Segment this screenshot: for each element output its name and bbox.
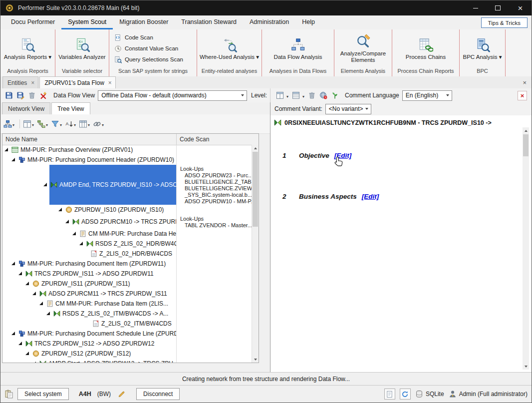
expand-triangle-icon[interactable]: [39, 302, 43, 305]
comment-layout-button[interactable]: [274, 90, 285, 101]
ribbon-button-data-flow-analysis[interactable]: Data Flow Analysis: [272, 36, 323, 61]
doc-tab-zpurv01-s-data-flow[interactable]: ZPURV01's Data Flow×: [39, 76, 115, 88]
ribbon-button-variables-analyzer[interactable]: X=Variables Analyzer: [57, 36, 107, 61]
scrollbar-thumb[interactable]: [253, 152, 258, 227]
close-button[interactable]: ×: [509, 0, 532, 15]
tree-row[interactable]: MM-PUR: Purchasing Document Item (ZPURDW…: [2, 259, 252, 269]
delete-view-button[interactable]: [26, 90, 37, 101]
ribbon-button-code-scan[interactable]: Code Scan: [114, 32, 153, 43]
tree-row[interactable]: Z_2LIS_02_HDR/BW4CDS: [2, 249, 252, 259]
tabbar-close-icon[interactable]: ×: [520, 79, 530, 86]
chevron-down-icon[interactable]: ▾: [286, 94, 288, 99]
save-button[interactable]: [3, 90, 14, 101]
expand-triangle-icon[interactable]: [58, 208, 62, 211]
tree-row[interactable]: CM MM-PUR: Purchase Data Header (2L...: [2, 229, 252, 239]
chevron-down-icon[interactable]: [363, 104, 371, 114]
expand-triangle-icon[interactable]: [11, 262, 15, 265]
expand-triangle-icon[interactable]: [25, 282, 29, 285]
data-flow-view-select[interactable]: Offline Data Flow - default (downwards): [98, 90, 247, 101]
minimize-button[interactable]: [464, 0, 487, 15]
tree-row[interactable]: Z_2LIS_02_ITM/BW4CDS: [2, 319, 252, 329]
select-system-button[interactable]: Select system: [17, 388, 69, 400]
menu-tab-docu-performer[interactable]: Docu Performer: [4, 15, 61, 29]
log-button[interactable]: [384, 389, 395, 400]
expand-triangle-icon[interactable]: [32, 292, 36, 295]
maximize-button[interactable]: [487, 0, 509, 15]
tree-row[interactable]: ZPURDW_IS10 (ZPURDW_IS10): [2, 205, 252, 215]
tree-row[interactable]: TRCS ZPURDW_IS11 -> ADSO ZPURDW11: [2, 269, 252, 279]
ribbon-button-analyze-compare-elements[interactable]: Analyze/Compare Elements: [334, 33, 392, 64]
view-tab-tree-view[interactable]: Tree View: [51, 102, 90, 114]
expand-triangle-icon[interactable]: [79, 242, 83, 245]
clipboard-icon[interactable]: [4, 390, 13, 399]
comment-grow-button[interactable]: [329, 90, 340, 101]
filter-button[interactable]: ▾: [50, 118, 64, 130]
expand-triangle-icon[interactable]: [65, 220, 69, 223]
link-button[interactable]: ▾: [92, 118, 106, 130]
tree-row[interactable]: CM MM-PUR: Purchase Data Item (2LIS...: [2, 299, 252, 309]
scroll-down-icon[interactable]: [523, 363, 529, 370]
tree-row[interactable]: ADSO ZPURCM10 -> TRCS ZPURDW_IS10Look-Up…: [2, 215, 252, 229]
column-header-node-name[interactable]: Node Name: [2, 134, 177, 145]
menu-tab-system-scout[interactable]: System Scout: [61, 15, 113, 29]
disconnect-button[interactable]: Disconnect: [136, 388, 180, 400]
chevron-down-icon[interactable]: [444, 91, 452, 100]
ribbon-button-query-selections-scan[interactable]: Query Selections Scan: [114, 54, 183, 65]
comment-sections-button[interactable]: [290, 90, 301, 101]
edit-link[interactable]: [Edit]: [362, 193, 379, 200]
tab-close-icon[interactable]: ×: [108, 80, 112, 85]
sort-button[interactable]: A▾: [64, 118, 78, 130]
tree-row[interactable]: ADSO ZPURCM11 -> TRCS ZPURDW_IS11: [2, 289, 252, 299]
delete-comment-button[interactable]: [306, 90, 317, 101]
menu-tab-administration[interactable]: Administration: [243, 15, 295, 29]
scroll-down-icon[interactable]: [252, 356, 259, 363]
scrollbar-thumb[interactable]: [523, 134, 529, 156]
expand-triangle-icon[interactable]: [32, 362, 36, 363]
menu-tab-migration-booster[interactable]: Migration Booster: [113, 15, 175, 29]
doc-tab-entities[interactable]: Entities×: [2, 76, 38, 88]
tab-close-icon[interactable]: ×: [31, 80, 34, 85]
ribbon-button-bpc-analysis[interactable]: BPC Analysis ▾: [462, 36, 504, 61]
tree-row[interactable]: MM-PUR: Purchasing Document Header (ZPUR…: [2, 155, 252, 165]
tree-scrollbar[interactable]: [252, 145, 259, 363]
ribbon-button-process-chains[interactable]: Process Chains: [404, 36, 448, 61]
tree-row[interactable]: RSDS Z_2LIS_02_HDR/BW4CDS -> A...: [2, 239, 252, 249]
expand-triangle-icon[interactable]: [25, 352, 29, 355]
tree-row[interactable]: ZPURDW_IS11 (ZPURDW_IS11): [2, 279, 252, 289]
ribbon-button-where-used-analysis[interactable]: Where-Used Analysis ▾: [198, 36, 261, 61]
columns-button[interactable]: ▾: [78, 118, 92, 130]
expand-triangle-icon[interactable]: [4, 148, 8, 151]
tree-row[interactable]: AMDP Start, ADSO ZPURDW12 -> TRCS ZPU...: [2, 359, 252, 363]
tree-row[interactable]: RSDS Z_2LIS_02_ITM/BW4CDS -> A...: [2, 309, 252, 319]
view-tab-network-view[interactable]: Network View: [2, 102, 50, 114]
layout-options-button[interactable]: ▾: [22, 118, 36, 130]
scroll-up-icon[interactable]: [523, 127, 529, 134]
expand-triangle-icon[interactable]: [46, 312, 50, 315]
ribbon-button-constant-value-scan[interactable]: Constant Value Scan: [114, 43, 178, 54]
menu-tab-help[interactable]: Help: [295, 15, 321, 29]
comment-language-select[interactable]: En (English): [402, 90, 452, 101]
expand-triangle-icon[interactable]: [11, 158, 15, 161]
tree-row[interactable]: TRCS ZPURDW_IS12 -> ADSO ZPURDW12: [2, 339, 252, 349]
comment-history-button[interactable]: [318, 90, 329, 101]
expand-triangle-icon[interactable]: [11, 332, 15, 335]
refresh-button[interactable]: [400, 389, 411, 400]
pen-icon[interactable]: [118, 391, 125, 398]
chevron-down-icon[interactable]: ▾: [302, 94, 304, 99]
comment-variant-select[interactable]: <No variant>: [325, 104, 371, 114]
tree-row[interactable]: MM-PUR: Purchase Overview (ZPURV01): [2, 145, 252, 155]
column-header-code-scan[interactable]: Code Scan: [177, 134, 259, 145]
chevron-down-icon[interactable]: [239, 91, 247, 100]
clear-view-button[interactable]: [38, 90, 49, 101]
ribbon-button-analysis-reports[interactable]: Analysis Reports ▾: [2, 36, 53, 61]
comment-scrollbar[interactable]: [523, 127, 529, 370]
scroll-up-icon[interactable]: [252, 145, 259, 151]
diagram-options-button[interactable]: ▾: [3, 118, 17, 130]
expand-triangle-icon[interactable]: [43, 183, 47, 186]
tree-row[interactable]: MM-PUR: Purchasing Document Schedule Lin…: [2, 329, 252, 339]
close-comment-pane-button[interactable]: ×: [518, 91, 527, 100]
tree-row[interactable]: AMDP End, TRCS ZPURDW_IS10 -> ADSO ZPURD…: [2, 165, 252, 205]
expand-triangle-icon[interactable]: [72, 232, 76, 235]
tips-and-tricks-button[interactable]: Tips & Tricks: [481, 17, 528, 28]
save-as-button[interactable]: [15, 90, 26, 101]
